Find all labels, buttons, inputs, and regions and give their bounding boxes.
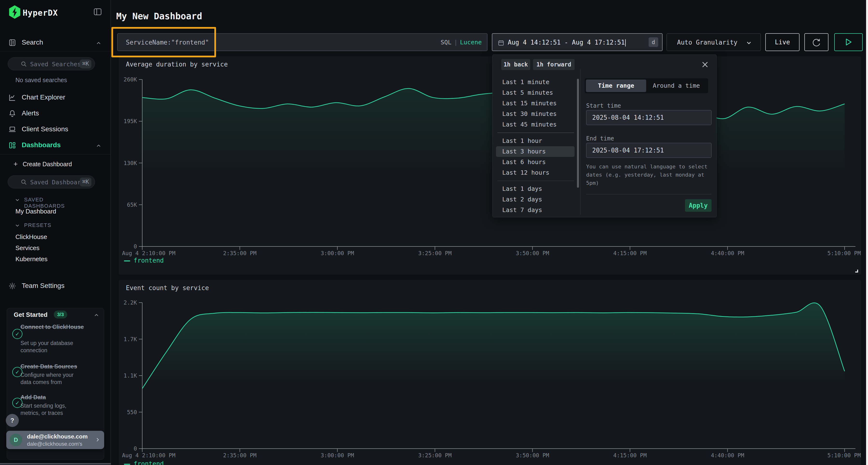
refresh-icon (805, 34, 828, 51)
svg-text:3:25:00 PM: 3:25:00 PM (418, 452, 452, 459)
saved-dashboards-placeholder: Saved Dashboards (30, 179, 88, 186)
svg-text:1.7K: 1.7K (124, 336, 137, 342)
date-shortcut-badge: d (649, 37, 658, 47)
no-saved-searches-text: No saved searches (16, 77, 67, 84)
sidebar-item-label: Alerts (22, 109, 39, 117)
legend-frontend[interactable]: frontend (124, 257, 164, 264)
end-time-input[interactable] (586, 143, 712, 158)
sidebar-item-dashboards[interactable]: Dashboards (0, 139, 111, 152)
sidebar-item-search[interactable]: Search (0, 37, 111, 49)
svg-text:4:15:00 PM: 4:15:00 PM (613, 452, 647, 459)
svg-text:260K: 260K (124, 76, 137, 82)
svg-text:195K: 195K (124, 118, 137, 124)
saved-searches-input[interactable]: Saved Searches ⌘K (8, 57, 95, 70)
gear-icon (8, 282, 17, 290)
sidebar-item-services[interactable]: Services (16, 244, 39, 252)
get-started-item-desc: Set up your database connection (21, 339, 86, 354)
time-range-option[interactable]: Last 1 minute (496, 77, 575, 88)
time-range-option[interactable]: Last 3 hours (496, 146, 575, 157)
create-dashboard-label: Create Dashboard (23, 161, 72, 167)
live-button[interactable]: Live (765, 33, 800, 51)
time-range-option[interactable]: Last 15 minutes (496, 98, 575, 109)
sidebar-item-team-settings[interactable]: Team Settings (0, 280, 111, 293)
run-query-button[interactable] (834, 33, 863, 51)
time-range-option[interactable]: Last 7 days (496, 205, 575, 215)
granularity-select[interactable]: Auto Granularity (666, 33, 761, 51)
time-range-option[interactable]: Last 12 hours (496, 167, 575, 178)
event-count-chart-plot[interactable]: 05501.1K1.7K2.2KAug 4 2:10:00 PM2:35:00 … (119, 280, 861, 465)
query-language-toggle: SQL|Lucene (440, 39, 482, 46)
svg-text:130K: 130K (124, 160, 137, 166)
date-range-input[interactable]: Aug 4 14:12:51 - Aug 4 17:12:51 d (492, 33, 662, 51)
saved-dashboards-input[interactable]: Saved Dashboards ⌘K (8, 175, 95, 189)
sidebar-item-chart-explorer[interactable]: Chart Explorer (0, 92, 111, 104)
svg-text:550: 550 (127, 409, 137, 416)
search-page-icon (8, 38, 17, 47)
shift-forward-button[interactable]: 1h forward (533, 59, 575, 70)
chevron-up-icon[interactable] (93, 312, 100, 318)
refresh-button[interactable] (804, 33, 829, 51)
user-account-chip[interactable]: D dale@clickhouse.com dale@clickhouse.co… (6, 431, 104, 449)
close-icon[interactable] (701, 61, 709, 69)
section-header-label: SAVED DASHBOARDS (24, 197, 65, 209)
chevron-right-icon (94, 437, 101, 443)
laptop-icon (8, 125, 17, 133)
scrollbar-thumb[interactable] (577, 79, 579, 188)
calendar-icon (498, 39, 504, 46)
tab-time-range[interactable]: Time range (586, 79, 646, 92)
bell-icon (8, 109, 17, 118)
avatar: D (10, 434, 22, 446)
duration-chart-card: Average duration by service 065K130K195K… (119, 56, 861, 275)
section-header-label: PRESETS (24, 222, 51, 228)
apply-button[interactable]: Apply (685, 199, 712, 212)
shift-back-button[interactable]: 1h back (501, 59, 530, 70)
time-range-option[interactable]: Last 2 days (496, 194, 575, 205)
get-started-item-desc: Configure where your data comes from (21, 371, 86, 386)
time-range-option[interactable]: Last 30 minutes (496, 109, 575, 119)
options-group-divider (497, 181, 574, 181)
chevron-down-icon (14, 197, 21, 203)
time-range-option[interactable]: Last 5 minutes (496, 88, 575, 98)
create-dashboard-button[interactable]: + Create Dashboard (13, 160, 72, 168)
sidebar: HyperDX Search Saved Searches ⌘K No save… (0, 0, 111, 465)
help-button[interactable]: ? (6, 414, 19, 427)
get-started-item-title: Add Data (21, 393, 88, 401)
svg-text:5:10:00 PM: 5:10:00 PM (828, 452, 861, 459)
svg-text:0: 0 (133, 445, 137, 452)
chevron-up-icon (95, 143, 102, 149)
brand-row: HyperDX (0, 5, 111, 20)
sidebar-item-client-sessions[interactable]: Client Sessions (0, 123, 111, 136)
svg-text:Aug 4 2:10:00 PM: Aug 4 2:10:00 PM (122, 452, 176, 459)
get-started-progress-badge: 3/3 (54, 310, 67, 319)
sidebar-item-label: Dashboards (22, 141, 61, 149)
svg-text:5:10:00 PM: 5:10:00 PM (828, 250, 861, 256)
sidebar-item-kubernetes[interactable]: Kubernetes (16, 255, 48, 263)
search-icon (21, 179, 27, 185)
sidebar-item-my-dashboard[interactable]: My Dashboard (16, 208, 56, 215)
sidebar-item-clickhouse[interactable]: ClickHouse (16, 233, 47, 241)
text-caret (625, 39, 626, 46)
time-range-option[interactable]: Last 1 hour (496, 136, 575, 146)
lucene-toggle[interactable]: Lucene (460, 39, 482, 46)
svg-text:4:40:00 PM: 4:40:00 PM (711, 250, 744, 256)
brand-name: HyperDX (23, 8, 58, 18)
sql-toggle[interactable]: SQL (440, 39, 452, 46)
legend-frontend[interactable]: frontend (124, 460, 164, 465)
time-range-option[interactable]: Last 45 minutes (496, 119, 575, 130)
time-range-option[interactable]: Last 6 hours (496, 157, 575, 167)
legend-line-swatch (124, 261, 130, 261)
svg-text:3:50:00 PM: 3:50:00 PM (516, 452, 549, 459)
duration-chart-plot[interactable]: 065K130K195K260KAug 4 2:10:00 PM2:35:00 … (119, 56, 861, 275)
svg-text:65K: 65K (127, 202, 137, 208)
tab-around-a-time[interactable]: Around a time (646, 79, 707, 92)
search-icon (21, 61, 27, 67)
event-count-chart-card: Event count by service 05501.1K1.7K2.2KA… (119, 280, 861, 465)
sidebar-divider (0, 154, 111, 155)
time-range-option[interactable]: Last 1 days (496, 184, 575, 194)
chevron-down-icon (14, 223, 21, 229)
sidebar-item-alerts[interactable]: Alerts (0, 107, 111, 120)
start-time-input[interactable] (586, 110, 712, 125)
card-resize-handle[interactable] (853, 267, 859, 273)
dashboard-filter-input[interactable]: ServiceName:"frontend" SQL|Lucene (117, 33, 488, 51)
sidebar-collapse-icon[interactable] (93, 7, 102, 16)
